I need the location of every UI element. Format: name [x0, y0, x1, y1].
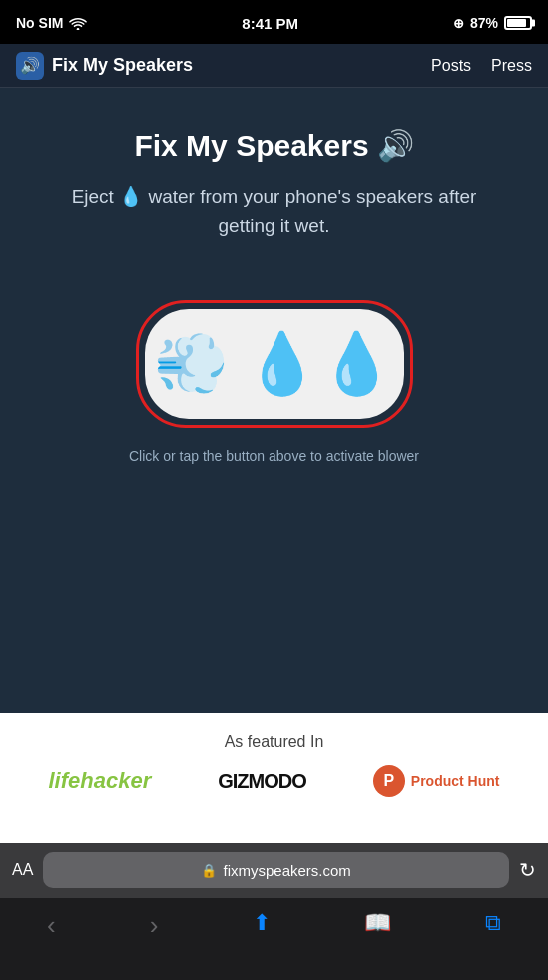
- lock-icon: 🔒: [201, 863, 217, 878]
- wind-emoji: 💨: [154, 334, 229, 394]
- forward-icon: ›: [150, 910, 159, 941]
- lifehacker-text: lifehacker: [49, 768, 152, 793]
- share-button[interactable]: ⬆: [253, 910, 271, 936]
- app-heading: Fix My Speakers 🔊: [134, 128, 413, 163]
- book-icon: 📖: [364, 910, 391, 936]
- blower-hint: Click or tap the button above to activat…: [129, 448, 419, 464]
- producthunt-logo: P Product Hunt: [373, 765, 500, 797]
- status-bar-right: ⊕ 87%: [453, 15, 532, 31]
- bottom-nav: ‹ › ⬆ 📖 ⧉: [0, 897, 548, 980]
- blower-button[interactable]: 💨 💧💧: [145, 309, 404, 419]
- status-bar-time: 8:41 PM: [242, 15, 298, 32]
- water-drop-emoji: 💧: [119, 186, 143, 207]
- wifi-icon: [69, 16, 87, 30]
- back-button[interactable]: ‹: [47, 910, 56, 941]
- share-icon: ⬆: [253, 910, 271, 936]
- featured-title: As featured In: [20, 733, 528, 751]
- ph-letter: P: [383, 772, 394, 790]
- forward-button[interactable]: ›: [150, 910, 159, 941]
- status-bar-left: No SIM: [16, 15, 87, 31]
- status-bar: No SIM 8:41 PM ⊕ 87%: [0, 0, 548, 44]
- address-bar[interactable]: 🔒 fixmyspeakers.com: [43, 852, 509, 888]
- battery-percent: 87%: [470, 15, 498, 31]
- svg-point-0: [77, 28, 80, 30]
- posts-link[interactable]: Posts: [431, 57, 471, 75]
- nav-bar: 🔊 Fix My Speakers Posts Press: [0, 44, 548, 88]
- bookmarks-button[interactable]: 📖: [364, 910, 391, 936]
- featured-logos: lifehacker GIZMODO P Product Hunt: [20, 765, 528, 797]
- ph-text: Product Hunt: [411, 773, 500, 789]
- app-heading-text: Fix My Speakers: [134, 129, 368, 163]
- nav-title-text: Fix My Speakers: [52, 55, 193, 76]
- address-bar-container: AA 🔒 fixmyspeakers.com ↻: [0, 843, 548, 897]
- refresh-icon[interactable]: ↻: [519, 858, 536, 882]
- aa-button[interactable]: AA: [12, 861, 33, 879]
- url-text: fixmyspeakers.com: [223, 862, 350, 879]
- carrier-label: No SIM: [16, 15, 63, 31]
- app-subtitle: Eject 💧 water from your phone's speakers…: [65, 183, 484, 240]
- press-link[interactable]: Press: [491, 57, 532, 75]
- tabs-button[interactable]: ⧉: [485, 910, 501, 936]
- logo-icon: 🔊: [20, 56, 40, 75]
- battery-icon: [504, 16, 532, 30]
- screen-rotation-icon: ⊕: [453, 16, 464, 31]
- gizmodo-logo: GIZMODO: [218, 770, 306, 793]
- lifehacker-logo: lifehacker: [49, 768, 152, 794]
- water-drops-emoji: 💧💧: [245, 334, 394, 394]
- featured-section: As featured In lifehacker GIZMODO P Prod…: [0, 713, 548, 843]
- tabs-icon: ⧉: [485, 910, 501, 936]
- app-logo: 🔊: [16, 52, 44, 80]
- back-icon: ‹: [47, 910, 56, 941]
- main-content: Fix My Speakers 🔊 Eject 💧 water from you…: [0, 88, 548, 713]
- ph-circle-icon: P: [373, 765, 405, 797]
- nav-links: Posts Press: [431, 57, 532, 75]
- speaker-emoji: 🔊: [377, 128, 414, 163]
- gizmodo-text: GIZMODO: [218, 770, 306, 792]
- nav-bar-title: 🔊 Fix My Speakers: [16, 52, 431, 80]
- blower-button-wrapper: 💨 💧💧: [136, 300, 413, 428]
